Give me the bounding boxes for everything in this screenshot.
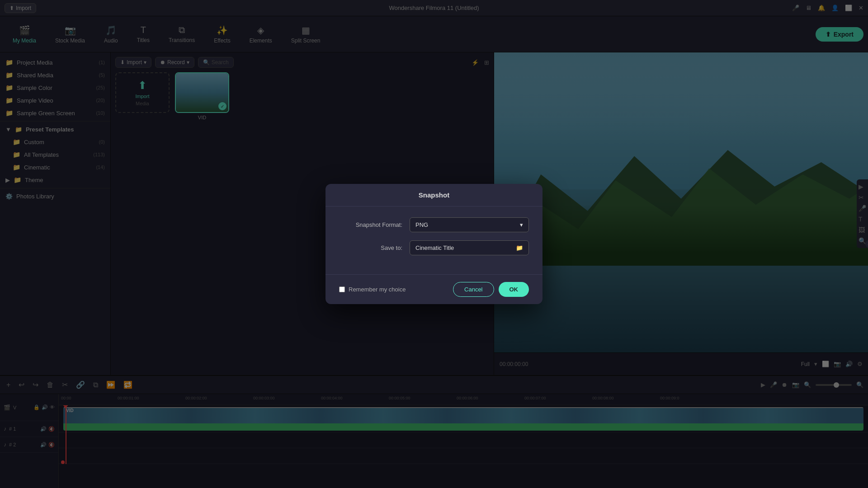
format-chevron-icon: ▾ — [520, 221, 523, 228]
format-value: PNG — [415, 221, 428, 228]
modal-title: Snapshot — [326, 184, 542, 206]
save-to-label: Save to: — [339, 244, 402, 251]
remember-choice-checkbox[interactable] — [339, 286, 345, 292]
format-label: Snapshot Format: — [339, 221, 402, 228]
modal-body: Snapshot Format: PNG ▾ Save to: Cinemati… — [326, 206, 542, 274]
ok-button[interactable]: OK — [499, 282, 529, 297]
cancel-button[interactable]: Cancel — [453, 282, 494, 297]
save-to-input[interactable]: Cinematic Title 📁 — [410, 240, 529, 255]
save-to-row: Save to: Cinematic Title 📁 — [339, 240, 529, 255]
save-to-folder-icon[interactable]: 📁 — [516, 244, 523, 251]
modal-actions: Cancel OK — [453, 282, 529, 297]
format-row: Snapshot Format: PNG ▾ — [339, 217, 529, 232]
save-to-value: Cinematic Title — [415, 244, 454, 251]
format-select[interactable]: PNG ▾ — [410, 217, 529, 232]
snapshot-modal: Snapshot Snapshot Format: PNG ▾ Save to:… — [326, 184, 542, 304]
remember-choice-label[interactable]: Remember my choice — [339, 286, 406, 293]
modal-overlay: Snapshot Snapshot Format: PNG ▾ Save to:… — [0, 0, 868, 488]
modal-footer: Remember my choice Cancel OK — [326, 274, 542, 304]
